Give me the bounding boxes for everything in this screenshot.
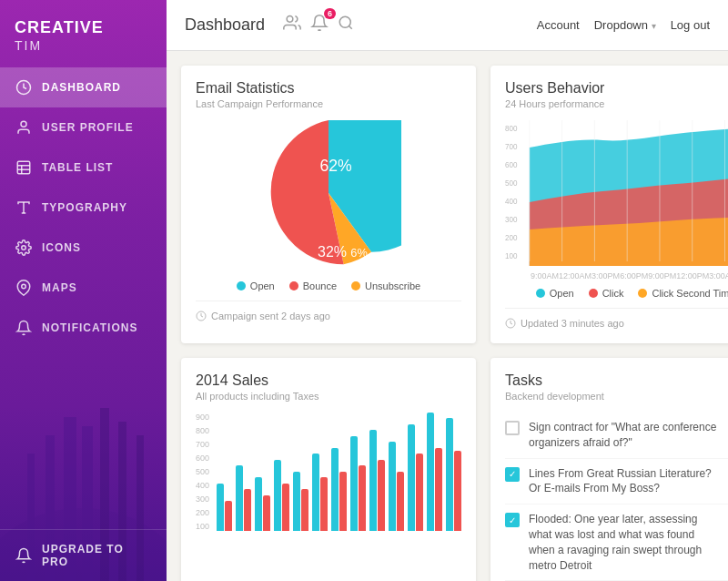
bar-group-8: [369, 430, 385, 531]
nav-label-typography: TYPOGRAPHY: [42, 201, 127, 214]
legend-area-open: Open: [536, 288, 574, 299]
svg-text:62%: 62%: [319, 157, 352, 175]
bar-cyan-3: [274, 460, 281, 531]
notification-badge: 6: [324, 8, 336, 19]
legend-unsubscribe: Unsubscribe: [351, 280, 420, 291]
bar-group-2: [255, 477, 270, 531]
sidebar-item-icons[interactable]: ICONS: [0, 228, 167, 268]
logout-link[interactable]: Log out: [671, 18, 710, 32]
bar-red-2: [263, 495, 270, 531]
sidebar-item-notifications[interactable]: NOTIFICATIONS: [0, 308, 167, 348]
bar-cyan-5: [312, 454, 319, 531]
bar-group-12: [446, 418, 461, 531]
bar-cyan-9: [389, 442, 396, 531]
notification-icon[interactable]: 6: [310, 14, 329, 36]
nav-label-dashboard: DASHBOARD: [42, 81, 121, 94]
task-text-1: Sign contract for "What are conference o…: [529, 420, 722, 451]
account-link[interactable]: Account: [537, 18, 580, 32]
task-checkbox-1[interactable]: [505, 421, 520, 435]
main-content: Dashboard 6: [167, 0, 728, 581]
users-behavior-footer-text: Updated 3 minutes ago: [521, 318, 624, 329]
topbar: Dashboard 6: [167, 0, 728, 51]
bar-red-3: [282, 484, 289, 531]
typography-icon: [15, 199, 33, 217]
tasks-title: Tasks: [505, 372, 728, 389]
bar-cyan-4: [293, 472, 300, 531]
search-icon[interactable]: [338, 15, 354, 36]
topbar-right: Account Dropdown ▾ Log out: [537, 18, 710, 32]
task-text-2: Lines From Great Russian Literature? Or …: [529, 466, 722, 497]
bar-cyan-2: [255, 477, 262, 531]
bar-red-0: [225, 501, 232, 531]
bar-cyan-11: [427, 413, 434, 531]
bar-group-10: [408, 424, 423, 531]
bar-red-11: [435, 448, 442, 531]
sidebar-item-typography[interactable]: TYPOGRAPHY: [0, 188, 167, 228]
email-stats-card: Email Statistics Last Campaign Performan…: [181, 66, 476, 343]
svg-text:800: 800: [505, 124, 518, 134]
page-title: Dashboard: [185, 15, 265, 35]
bar-group-4: [293, 472, 308, 531]
email-stats-subtitle: Last Campaign Performance: [196, 98, 461, 109]
bar-cyan-6: [331, 448, 339, 531]
sidebar-item-table-list[interactable]: TABLE LIST: [0, 148, 167, 188]
area-legend: Open Click Click Second Time: [505, 288, 728, 299]
bar-cyan-10: [408, 424, 415, 531]
svg-text:700: 700: [505, 142, 518, 152]
svg-text:300: 300: [505, 215, 518, 225]
svg-text:100: 100: [505, 251, 518, 261]
dropdown-arrow-icon: ▾: [652, 21, 656, 31]
bar-cyan-0: [217, 484, 224, 531]
sidebar-item-user-profile[interactable]: USER PROFILE: [0, 107, 167, 148]
users-behavior-footer: Updated 3 minutes ago: [505, 308, 728, 329]
bar-red-5: [320, 477, 328, 531]
email-stats-title: Email Statistics: [196, 80, 461, 97]
users-behavior-card: Users Behavior 24 Hours performance 800 …: [490, 66, 728, 343]
notifications-icon: [15, 319, 33, 337]
sidebar-nav: DASHBOARD USER PROFILE TABLE LIST TYPOGR…: [0, 67, 167, 529]
nav-label-icons: ICONS: [42, 241, 81, 254]
user-profile-icon: [15, 118, 33, 137]
bar-red-9: [397, 472, 404, 531]
nav-label-notifications: NOTIFICATIONS: [42, 321, 137, 334]
svg-text:400: 400: [505, 197, 518, 207]
nav-label-maps: MAPS: [42, 281, 77, 294]
table-list-icon: [15, 158, 33, 177]
svg-rect-2: [17, 161, 30, 174]
sales-chart-container: 100200300400500600700800900: [196, 413, 461, 531]
bar-cyan-8: [369, 430, 377, 531]
svg-text:500: 500: [505, 178, 518, 189]
legend-bounce: Bounce: [289, 280, 337, 291]
bar-red-1: [244, 489, 251, 531]
pie-chart: 62% 32% 6%: [196, 120, 461, 266]
task-checkbox-2[interactable]: ✓: [505, 467, 520, 482]
maps-icon: [15, 279, 33, 297]
content-grid: Email Statistics Last Campaign Performan…: [167, 51, 728, 581]
users-behavior-subtitle: 24 Hours performance: [505, 98, 728, 109]
bar-cyan-12: [446, 418, 453, 531]
nav-label-user-profile: USER PROFILE: [42, 121, 134, 134]
sidebar-logo: CREATIVE TIM: [0, 0, 167, 67]
bar-group-0: [217, 484, 232, 531]
legend-label-open: Open: [250, 280, 275, 291]
dropdown-link[interactable]: Dropdown ▾: [594, 18, 656, 32]
logo-line2: TIM: [15, 38, 152, 53]
svg-text:600: 600: [505, 160, 518, 170]
legend-open: Open: [237, 280, 275, 291]
svg-text:32%: 32%: [318, 244, 347, 260]
tasks-subtitle: Backend development: [505, 391, 728, 402]
bar-group-6: [331, 448, 347, 531]
sidebar-item-dashboard[interactable]: DASHBOARD: [0, 67, 167, 107]
people-icon[interactable]: [283, 14, 301, 36]
upgrade-button[interactable]: UPGRADE TO PRO: [0, 529, 167, 581]
sales-card: 2014 Sales All products including Taxes …: [181, 358, 476, 581]
bar-group-7: [350, 436, 366, 531]
tasks-list: Sign contract for "What are conference o…: [505, 413, 728, 581]
email-stats-footer: Campaign sent 2 days ago: [196, 301, 461, 321]
topbar-icons: 6: [283, 14, 354, 36]
sidebar-item-maps[interactable]: MAPS: [0, 268, 167, 308]
svg-point-11: [339, 16, 350, 27]
area-chart: 800 700 600 500 400 300 200 100: [505, 120, 728, 280]
legend-label-unsubscribe: Unsubscribe: [365, 280, 420, 291]
task-checkbox-3[interactable]: ✓: [505, 513, 520, 527]
